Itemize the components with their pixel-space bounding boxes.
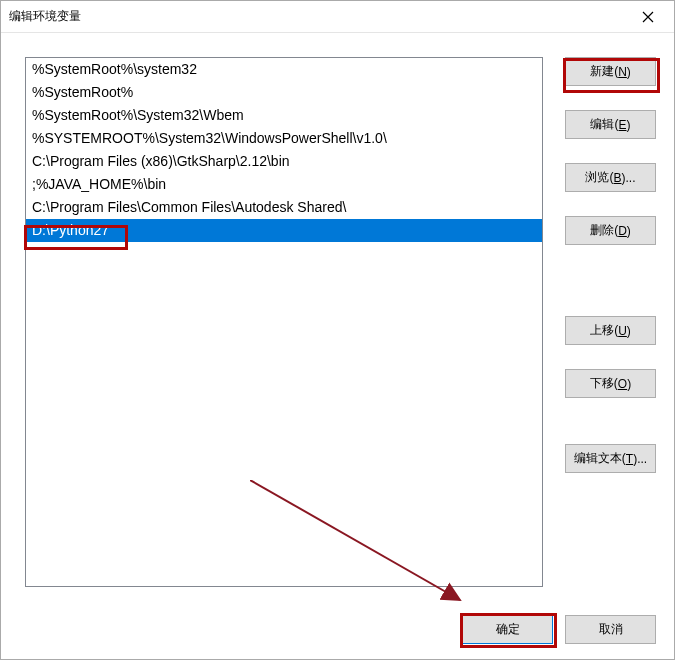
- movedown-button[interactable]: 下移(O): [565, 369, 656, 398]
- list-item[interactable]: C:\Program Files (x86)\GtkSharp\2.12\bin: [26, 150, 542, 173]
- button-sidebar: 新建(N) 编辑(E) 浏览(B)... 删除(D) 上移(U) 下移(O) 编…: [565, 57, 656, 641]
- path-listbox[interactable]: %SystemRoot%\system32 %SystemRoot% %Syst…: [25, 57, 543, 587]
- edittext-button[interactable]: 编辑文本(T)...: [565, 444, 656, 473]
- bottom-bar: 确定 取消: [462, 615, 656, 644]
- cancel-button[interactable]: 取消: [565, 615, 656, 644]
- dialog-content: %SystemRoot%\system32 %SystemRoot% %Syst…: [1, 33, 674, 659]
- edit-button[interactable]: 编辑(E): [565, 110, 656, 139]
- moveup-button[interactable]: 上移(U): [565, 316, 656, 345]
- new-button[interactable]: 新建(N): [565, 57, 656, 86]
- titlebar: 编辑环境变量: [1, 1, 674, 33]
- list-item[interactable]: %SystemRoot%\system32: [26, 58, 542, 81]
- list-item[interactable]: %SYSTEMROOT%\System32\WindowsPowerShell\…: [26, 127, 542, 150]
- delete-button[interactable]: 删除(D): [565, 216, 656, 245]
- close-icon: [642, 11, 654, 23]
- env-var-edit-dialog: 编辑环境变量 %SystemRoot%\system32 %SystemRoot…: [0, 0, 675, 660]
- list-item[interactable]: %SystemRoot%: [26, 81, 542, 104]
- list-item[interactable]: C:\Program Files\Common Files\Autodesk S…: [26, 196, 542, 219]
- browse-button[interactable]: 浏览(B)...: [565, 163, 656, 192]
- list-item[interactable]: ;%JAVA_HOME%\bin: [26, 173, 542, 196]
- list-item-selected[interactable]: D:\Python27: [26, 219, 542, 242]
- close-button[interactable]: [628, 3, 668, 31]
- ok-button[interactable]: 确定: [462, 615, 553, 644]
- dialog-title: 编辑环境变量: [9, 8, 628, 25]
- list-item[interactable]: %SystemRoot%\System32\Wbem: [26, 104, 542, 127]
